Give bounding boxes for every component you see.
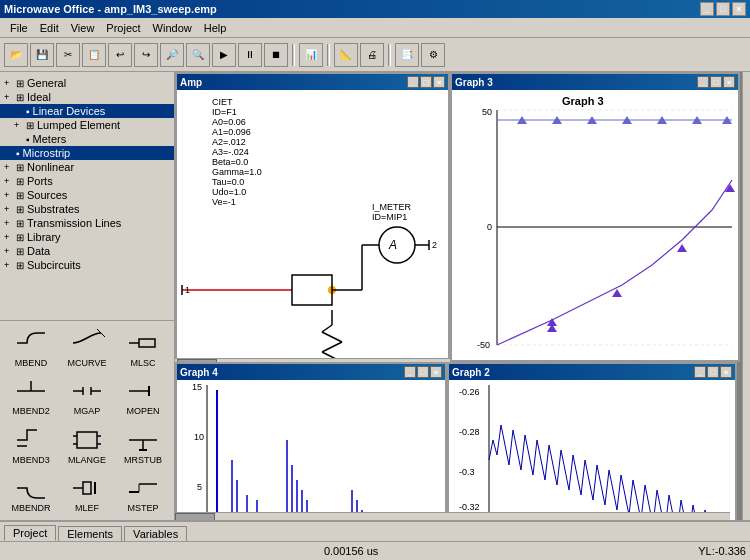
toolbar-btn-stop[interactable]: ⏹ xyxy=(264,43,288,67)
sidebar-item-9[interactable]: +⊞Substrates xyxy=(0,202,174,216)
bottom-tabs[interactable]: ProjectElementsVariables xyxy=(0,522,750,541)
toolbar-btn-chart[interactable]: 📊 xyxy=(299,43,323,67)
menu-file[interactable]: File xyxy=(4,20,34,36)
title-bar-buttons[interactable]: _ □ × xyxy=(700,2,746,16)
toolbar-btn-run[interactable]: ▶ xyxy=(212,43,236,67)
close-button[interactable]: × xyxy=(732,2,746,16)
sidebar-label-10: Transmission Lines xyxy=(27,217,121,229)
svg-text:Ve=-1: Ve=-1 xyxy=(212,197,236,207)
sidebar: +⊞General+⊞Ideal▪Linear Devices+⊞Lumped … xyxy=(0,72,175,520)
menu-window[interactable]: Window xyxy=(147,20,198,36)
graph2-close[interactable]: × xyxy=(720,366,732,378)
component-item-mbend2[interactable]: MBEND2 xyxy=(4,373,58,419)
amp-maximize[interactable]: □ xyxy=(420,76,432,88)
component-item-mbendr[interactable]: MBENDR xyxy=(4,470,58,516)
sidebar-label-1: Ideal xyxy=(27,91,51,103)
maximize-button[interactable]: □ xyxy=(716,2,730,16)
sidebar-item-13[interactable]: +⊞Subcircuits xyxy=(0,258,174,272)
sidebar-item-8[interactable]: +⊞Sources xyxy=(0,188,174,202)
main-scrollbar-v[interactable] xyxy=(742,72,750,520)
svg-text:A3=-.024: A3=-.024 xyxy=(212,147,249,157)
folder-icon-3: ⊞ xyxy=(26,120,34,131)
component-item-mlange[interactable]: MLANGE xyxy=(60,422,114,468)
graph3-window-buttons[interactable]: _ □ × xyxy=(697,76,735,88)
menu-help[interactable]: Help xyxy=(198,20,233,36)
amp-window-buttons[interactable]: _ □ × xyxy=(407,76,445,88)
toolbar-btn-zoom-in[interactable]: 🔎 xyxy=(160,43,184,67)
toolbar-btn-zoom-out[interactable]: 🔍 xyxy=(186,43,210,67)
sidebar-label-2: Linear Devices xyxy=(33,105,106,117)
component-label-mbendr: MBENDR xyxy=(11,503,50,513)
svg-text:Gamma=1.0: Gamma=1.0 xyxy=(212,167,262,177)
graph4-window-title[interactable]: Graph 4 _ □ × xyxy=(177,364,445,380)
graph2-window-buttons[interactable]: _ □ × xyxy=(694,366,732,378)
menu-project[interactable]: Project xyxy=(100,20,146,36)
sidebar-item-4[interactable]: ▪Meters xyxy=(0,132,174,146)
sidebar-label-8: Sources xyxy=(27,189,67,201)
sidebar-item-7[interactable]: +⊞Ports xyxy=(0,174,174,188)
sidebar-tree[interactable]: +⊞General+⊞Ideal▪Linear Devices+⊞Lumped … xyxy=(0,72,174,320)
sidebar-item-12[interactable]: +⊞Data xyxy=(0,244,174,258)
graph4-close[interactable]: × xyxy=(430,366,442,378)
graph4-title-label: Graph 4 xyxy=(180,367,218,378)
sidebar-item-0[interactable]: +⊞General xyxy=(0,76,174,90)
bottom-tab-variables[interactable]: Variables xyxy=(124,526,187,541)
toolbar-btn-save[interactable]: 💾 xyxy=(30,43,54,67)
sidebar-item-3[interactable]: +⊞Lumped Element xyxy=(0,118,174,132)
sidebar-item-10[interactable]: +⊞Transmission Lines xyxy=(0,216,174,230)
main-scrollbar-h[interactable] xyxy=(175,512,730,520)
graph4-maximize[interactable]: □ xyxy=(417,366,429,378)
sidebar-item-1[interactable]: +⊞Ideal xyxy=(0,90,174,104)
graph3-maximize[interactable]: □ xyxy=(710,76,722,88)
toolbar-btn-open[interactable]: 📂 xyxy=(4,43,28,67)
amp-window-title[interactable]: Amp _ □ × xyxy=(177,74,448,90)
toolbar-btn-settings[interactable]: ⚙ xyxy=(421,43,445,67)
graph2-window-title[interactable]: Graph 2 _ □ × xyxy=(449,364,735,380)
amp-schematic: CIET ID=F1 A0=0.06 A1=0.096 A2=.012 A3=-… xyxy=(177,90,448,360)
component-item-mcurve[interactable]: MCURVE xyxy=(60,325,114,371)
sidebar-item-2[interactable]: ▪Linear Devices xyxy=(0,104,174,118)
sidebar-item-5[interactable]: ▪Microstrip xyxy=(0,146,174,160)
toolbar-btn-docs[interactable]: 📑 xyxy=(395,43,419,67)
amp-close[interactable]: × xyxy=(433,76,445,88)
component-label-mlef: MLEF xyxy=(75,503,99,513)
component-item-mlsc[interactable]: MLSC xyxy=(116,325,170,371)
component-item-mopen[interactable]: MOPEN xyxy=(116,373,170,419)
graph3-minimize[interactable]: _ xyxy=(697,76,709,88)
amp-minimize[interactable]: _ xyxy=(407,76,419,88)
graph2-minimize[interactable]: _ xyxy=(694,366,706,378)
graph2-window: Graph 2 _ □ × -0.26 -0.28 -0.3 xyxy=(447,362,737,520)
menu-view[interactable]: View xyxy=(65,20,101,36)
bottom-tab-project[interactable]: Project xyxy=(4,525,56,541)
component-label-mcurve: MCURVE xyxy=(68,358,107,368)
minimize-button[interactable]: _ xyxy=(700,2,714,16)
component-item-mrstub[interactable]: MRSTUB xyxy=(116,422,170,468)
sidebar-item-6[interactable]: +⊞Nonlinear xyxy=(0,160,174,174)
sidebar-item-11[interactable]: +⊞Library xyxy=(0,230,174,244)
component-item-mlef[interactable]: MLEF xyxy=(60,470,114,516)
graph4-window-buttons[interactable]: _ □ × xyxy=(404,366,442,378)
toolbar-btn-paste[interactable]: 📋 xyxy=(82,43,106,67)
graph4-minimize[interactable]: _ xyxy=(404,366,416,378)
component-item-mgap[interactable]: MGAP xyxy=(60,373,114,419)
toolbar-btn-print[interactable]: 🖨 xyxy=(360,43,384,67)
svg-rect-21 xyxy=(83,482,91,494)
component-item-mbend[interactable]: MBEND xyxy=(4,325,58,371)
toolbar-btn-measure[interactable]: 📐 xyxy=(334,43,358,67)
graph3-close[interactable]: × xyxy=(723,76,735,88)
expand-icon-12: + xyxy=(4,246,14,256)
toolbar-btn-redo[interactable]: ↪ xyxy=(134,43,158,67)
graph3-window-title[interactable]: Graph 3 _ □ × xyxy=(452,74,738,90)
menu-edit[interactable]: Edit xyxy=(34,20,65,36)
svg-text:A0=0.06: A0=0.06 xyxy=(212,117,246,127)
component-item-mbend3[interactable]: MBEND3 xyxy=(4,422,58,468)
folder-icon-13: ⊞ xyxy=(16,260,24,271)
toolbar-btn-pause[interactable]: ⏸ xyxy=(238,43,262,67)
toolbar-btn-undo[interactable]: ↩ xyxy=(108,43,132,67)
component-item-mstep[interactable]: MSTEP xyxy=(116,470,170,516)
svg-text:-50: -50 xyxy=(477,340,490,350)
component-label-mrstub: MRSTUB xyxy=(124,455,162,465)
toolbar-btn-cut[interactable]: ✂ xyxy=(56,43,80,67)
bottom-tab-elements[interactable]: Elements xyxy=(58,526,122,541)
graph2-maximize[interactable]: □ xyxy=(707,366,719,378)
